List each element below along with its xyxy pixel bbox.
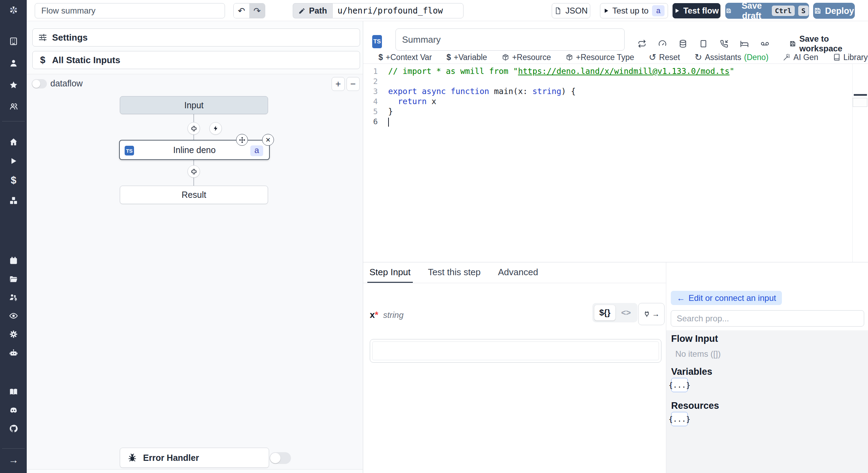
insert-trigger-button[interactable] [209,122,222,135]
concurrency-button[interactable] [658,39,667,48]
flow-summary-input[interactable] [35,3,225,18]
editor-code[interactable]: // import * as wmill from "https://deno.… [385,66,852,262]
library-button[interactable]: Library [833,53,868,62]
discord-icon [9,406,18,415]
sidebar-item-workspace[interactable] [8,36,19,47]
field-type: string [383,310,404,320]
undo-button[interactable]: ↶ [234,3,249,18]
step-id-badge: a [250,145,263,156]
sidebar-item-github[interactable] [8,423,19,434]
step-settings-toolbar: Save to workspace [637,34,868,53]
dataflow-toggle[interactable] [32,79,47,88]
sidebar-item-variables[interactable]: $ [8,175,19,185]
template-mode-option[interactable]: ${} [594,305,616,321]
search-prop-input[interactable] [671,310,864,327]
flow-node-result[interactable]: Result [120,186,268,204]
add-resource-button[interactable]: +Resource [502,53,551,62]
tab-advanced[interactable]: Advanced [496,262,540,283]
flow-node-step-a[interactable]: TS Inline deno a [119,140,270,160]
sidebar-item-workers[interactable] [8,292,19,303]
deploy-button[interactable]: Deploy [813,3,855,19]
sleep-button[interactable] [740,39,749,48]
sidebar-item-schedules[interactable] [8,255,19,266]
sidebar-item-audit-logs[interactable] [8,311,19,321]
code-line[interactable] [388,76,852,86]
dollar-icon: $ [378,53,383,62]
zoom-out-button[interactable]: − [347,77,360,91]
sidebar-item-resources[interactable] [8,195,19,206]
insert-step-below-button[interactable] [187,165,200,178]
early-stop-button[interactable] [699,39,708,48]
users-cog-icon [9,293,18,302]
step-summary-input[interactable] [395,28,625,51]
error-handler-toggle[interactable] [269,452,291,464]
sidebar-item-user[interactable] [8,58,19,68]
step-detail-panel: Step Input Test this step Advanced x * s… [363,262,868,473]
retries-button[interactable] [637,39,646,48]
sidebar-item-settings[interactable] [8,329,19,339]
dollar-icon: $ [446,53,451,62]
typescript-badge: TS [125,146,134,155]
field-value-inner[interactable] [372,341,659,360]
windmill-logo[interactable] [8,5,19,15]
path-input[interactable] [332,3,464,18]
calendar-icon [9,256,18,265]
move-step-button[interactable] [236,134,248,146]
all-static-inputs-button[interactable]: $ All Static Inputs [32,51,360,69]
sidebar-item-ai[interactable] [8,348,19,358]
test-up-to-button[interactable]: Test up to a [600,3,668,18]
flow-node-input[interactable]: Input [120,96,268,114]
sidebar-item-home[interactable] [8,137,19,147]
resources-object-button[interactable]: {...} [671,412,688,426]
tab-step-input[interactable]: Step Input [367,262,413,283]
wand-icon [783,53,791,61]
tab-test-this-step[interactable]: Test this step [426,262,483,283]
reset-button[interactable]: ↺ Reset [649,52,680,63]
bed-icon [740,39,749,48]
sidebar-item-runs[interactable] [8,156,19,166]
code-line[interactable]: return x [388,96,852,107]
field-value-input[interactable] [370,339,661,363]
code-mode-option[interactable]: <> [616,305,636,320]
test-flow-button[interactable]: Test flow [673,3,720,18]
connect-input-button[interactable]: → [638,303,665,325]
editor-scrollbar[interactable] [852,64,868,262]
code-editor[interactable]: 123456 // import * as wmill from "https:… [363,64,852,262]
sidebar-item-docs[interactable] [8,387,19,397]
assistants-button[interactable]: ↻ Assistants (Deno) [694,52,768,63]
json-button[interactable]: JSON [552,3,590,18]
required-marker: * [375,310,378,320]
suspend-button[interactable] [719,39,728,48]
flow-settings-button[interactable]: Settings [32,28,360,47]
mock-button[interactable] [760,39,769,48]
code-line[interactable]: export async function main(x: string) { [388,86,852,96]
sidebar-item-groups[interactable] [8,101,19,112]
rotate-ccw-icon: ↺ [649,52,656,63]
code-line[interactable] [388,117,852,127]
save-to-workspace-button[interactable]: Save to workspace [789,34,868,53]
sidebar-item-favorites[interactable] [8,80,19,90]
add-variable-button[interactable]: $ +Variable [446,53,487,62]
text-cursor [388,118,389,127]
insert-step-button[interactable] [187,122,200,135]
edit-or-connect-button[interactable]: ← Edit or connect an input [671,291,782,305]
path-label[interactable]: Path [293,3,332,18]
add-context-var-button[interactable]: $ +Context Var [378,53,432,62]
scrollbar-slider[interactable] [853,98,867,107]
sidebar-item-folders[interactable] [8,274,19,285]
error-handler-node[interactable]: Error Handler [120,448,269,468]
delete-step-button[interactable]: × [262,134,274,146]
voicemail-icon [760,39,769,48]
save-draft-button[interactable]: Save draft Ctrl S [725,3,809,19]
code-line[interactable]: } [388,107,852,117]
variables-object-button[interactable]: {...} [671,378,688,392]
redo-button[interactable]: ↷ [249,3,265,18]
cache-button[interactable] [678,39,687,48]
add-resource-type-button[interactable]: +Resource Type [566,53,634,62]
zoom-in-button[interactable]: + [332,77,345,91]
code-line[interactable]: // import * as wmill from "https://deno.… [388,66,852,76]
sidebar-expand-button[interactable]: → [8,455,19,465]
ai-gen-button[interactable]: AI Gen [783,53,818,62]
topbar: ↶ ↷ Path JSON Test up to a Test flow Sav… [27,0,868,21]
sidebar-item-discord[interactable] [8,405,19,416]
